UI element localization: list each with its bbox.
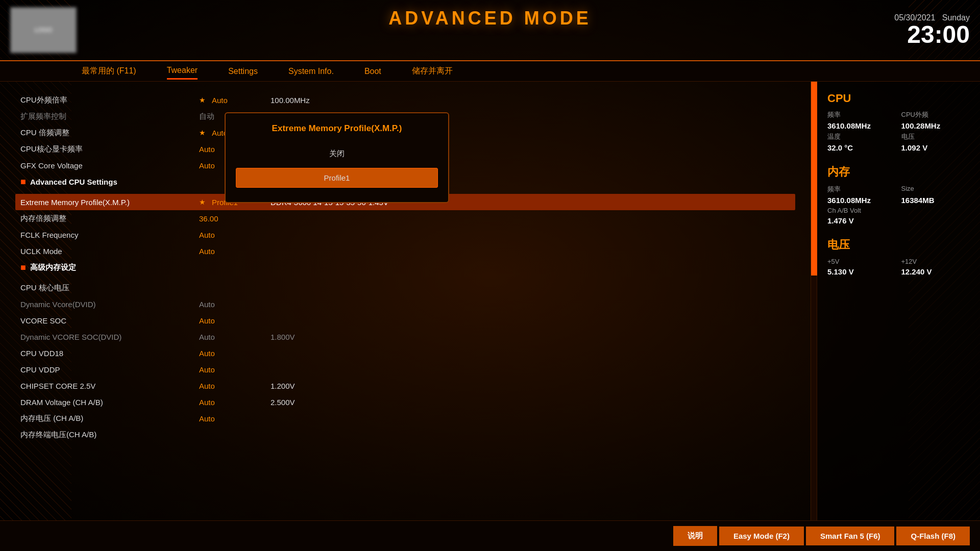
- info-cpu-volt-value: 1.092 V: [901, 143, 970, 152]
- info-mem-freq-value: 3610.08MHz: [827, 196, 896, 205]
- row-cpu-ratio[interactable]: CPU外频倍率 ★ Auto 100.00MHz: [20, 92, 790, 108]
- info-cpu-extfreq-value: 100.28MHz: [901, 121, 970, 130]
- nav-tabs: 最常用的 (F11) Tweaker Settings System Info.…: [0, 61, 980, 82]
- info-cpu-section: CPU 频率 CPU外频 3610.08MHz 100.28MHz 温度 电压 …: [827, 92, 970, 152]
- info-mem-freq-label: 频率: [827, 185, 896, 194]
- datetime-time: 23:00: [894, 22, 970, 47]
- row-mem-ratio[interactable]: 内存倍频调整 36.00: [20, 210, 790, 227]
- info-volt-section: 电压 +5V +12V 5.130 V 12.240 V: [827, 237, 970, 276]
- star-icon: ★: [199, 96, 206, 104]
- section-marker-icon: ■: [20, 177, 26, 187]
- setting-value-mem-volt: Auto: [199, 414, 271, 423]
- setting-value-dvid-soc: Auto: [199, 333, 271, 341]
- row-fclk[interactable]: FCLK Frequency Auto: [20, 227, 790, 243]
- setting-name-dram-volt: DRAM Voltage (CH A/B): [20, 398, 199, 407]
- xmp-popup[interactable]: Extreme Memory Profile(X.M.P.) 关闭 Profil…: [225, 112, 449, 203]
- setting-value-dram-volt: Auto: [199, 398, 271, 407]
- info-mem-size-label: Size: [901, 185, 970, 194]
- setting-name-uclk: UCLK Mode: [20, 247, 199, 256]
- setting-name-xmp: Extreme Memory Profile(X.M.P.): [20, 198, 199, 207]
- info-cpu-temp-value: 32.0 °C: [827, 143, 896, 152]
- tab-settings[interactable]: Settings: [228, 64, 258, 79]
- setting-name-cpu-igpu: CPU核心显卡频率: [20, 144, 199, 154]
- tab-sysinfo[interactable]: System Info.: [288, 64, 334, 79]
- setting-value-vdd18: Auto: [199, 349, 271, 358]
- setting-value-vcore-soc: Auto: [199, 316, 271, 325]
- setting-name-dvid-soc: Dynamic VCORE SOC(DVID): [20, 333, 199, 341]
- setting-value-chipset: Auto: [199, 382, 271, 390]
- star-icon-xmp: ★: [199, 198, 206, 206]
- info-volt-grid: +5V +12V 5.130 V 12.240 V: [827, 258, 970, 276]
- setting-value-mem-ratio: 36.00: [199, 214, 271, 223]
- setting-extra-chipset: 1.200V: [271, 382, 295, 390]
- header-title: ADVANCED MODE: [388, 8, 591, 29]
- popup-option-off[interactable]: 关闭: [236, 144, 438, 164]
- info-mem-title: 内存: [827, 164, 970, 180]
- info-12v-value: 12.240 V: [901, 267, 970, 276]
- setting-name-cpu-ratio: CPU外频倍率: [20, 95, 199, 105]
- row-mem-voltage[interactable]: 内存电压 (CH A/B) Auto: [20, 410, 790, 427]
- setting-name-vcore-soc: VCORE SOC: [20, 316, 199, 325]
- header: LOGO ADVANCED MODE 05/30/2021 Sunday 23:…: [0, 0, 980, 61]
- row-vcore-soc[interactable]: VCORE SOC Auto: [20, 312, 790, 329]
- info-cpu-extfreq-label: CPU外频: [901, 110, 970, 119]
- help-button[interactable]: 说明: [673, 526, 717, 546]
- info-5v-value: 5.130 V: [827, 267, 896, 276]
- tab-tweaker[interactable]: Tweaker: [167, 63, 198, 80]
- info-cpu-title: CPU: [827, 92, 970, 105]
- popup-title: Extreme Memory Profile(X.M.P.): [236, 123, 438, 134]
- info-5v-label: +5V: [827, 258, 896, 265]
- setting-name-vddp: CPU VDDP: [20, 365, 199, 374]
- info-mem-section: 内存 频率 Size 3610.08MHz 16384MB Ch A/B Vol…: [827, 164, 970, 225]
- tab-save[interactable]: 储存并离开: [412, 63, 453, 80]
- setting-extra-dvid-soc: 1.800V: [271, 333, 295, 341]
- info-volt-title: 电压: [827, 237, 970, 253]
- star-icon-2: ★: [199, 129, 206, 137]
- bottom-bar: 说明 Easy Mode (F2) Smart Fan 5 (F6) Q-Fla…: [0, 520, 980, 551]
- row-dvid[interactable]: Dynamic Vcore(DVID) Auto: [20, 296, 790, 312]
- popup-option-profile1[interactable]: Profile1: [236, 168, 438, 188]
- row-mem-termination[interactable]: 内存终端电压(CH A/B): [20, 427, 790, 443]
- row-cpu-vdd18[interactable]: CPU VDD18 Auto: [20, 345, 790, 361]
- setting-name-fclk: FCLK Frequency: [20, 231, 199, 239]
- setting-extra-dram-volt: 2.500V: [271, 398, 295, 407]
- row-dvid-soc[interactable]: Dynamic VCORE SOC(DVID) Auto 1.800V: [20, 329, 790, 345]
- info-mem-grid: 频率 Size 3610.08MHz 16384MB Ch A/B Volt 1…: [827, 185, 970, 225]
- easy-mode-button[interactable]: Easy Mode (F2): [719, 527, 804, 545]
- row-adv-mem[interactable]: ■ 高级内存设定: [20, 259, 790, 276]
- info-mem-chvolt-label: Ch A/B Volt: [827, 207, 896, 214]
- row-uclk[interactable]: UCLK Mode Auto: [20, 243, 790, 259]
- info-cpu-grid: 频率 CPU外频 3610.08MHz 100.28MHz 温度 电压 32.0…: [827, 110, 970, 152]
- setting-value-vddp: Auto: [199, 365, 271, 374]
- scrollbar[interactable]: [811, 82, 817, 520]
- logo: LOGO: [10, 7, 77, 53]
- setting-name-vdd18: CPU VDD18: [20, 349, 199, 358]
- setting-value-uclk: Auto: [199, 247, 271, 256]
- row-cpu-vddp[interactable]: CPU VDDP Auto: [20, 361, 790, 378]
- setting-name-cpu-multi: CPU 倍频调整: [20, 128, 199, 138]
- row-cpu-vcore[interactable]: CPU 核心电压: [20, 280, 790, 296]
- setting-name-dvid: Dynamic Vcore(DVID): [20, 300, 199, 309]
- scrollbar-thumb[interactable]: [811, 82, 817, 276]
- info-mem-size-value: 16384MB: [901, 196, 970, 205]
- setting-name-cpu-vcore: CPU 核心电压: [20, 283, 199, 293]
- smart-fan-button[interactable]: Smart Fan 5 (F6): [806, 527, 895, 545]
- row-chipset-core[interactable]: CHIPSET CORE 2.5V Auto 1.200V: [20, 378, 790, 394]
- row-dram-voltage[interactable]: DRAM Voltage (CH A/B) Auto 2.500V: [20, 394, 790, 410]
- content-area: CPU外频倍率 ★ Auto 100.00MHz 扩展频率控制 自动 CPU 倍…: [0, 82, 980, 520]
- setting-name-spread: 扩展频率控制: [20, 112, 199, 121]
- datetime-area: 05/30/2021 Sunday 23:00: [894, 13, 970, 47]
- info-panel: CPU 频率 CPU外频 3610.08MHz 100.28MHz 温度 电压 …: [817, 82, 980, 520]
- setting-name-mem-volt: 内存电压 (CH A/B): [20, 414, 199, 423]
- setting-name-mem-ratio: 内存倍频调整: [20, 214, 199, 223]
- info-cpu-temp-label: 温度: [827, 132, 896, 141]
- setting-extra-cpu-ratio: 100.00MHz: [271, 96, 310, 105]
- section-label-adv-mem: 高级内存设定: [30, 263, 76, 272]
- tab-favorites[interactable]: 最常用的 (F11): [82, 63, 136, 80]
- qflash-button[interactable]: Q-Flash (F8): [896, 527, 970, 545]
- info-mem-chvolt-value: 1.476 V: [827, 216, 896, 225]
- setting-name-chipset: CHIPSET CORE 2.5V: [20, 382, 199, 390]
- setting-name-gfx-voltage: GFX Core Voltage: [20, 161, 199, 170]
- tab-boot[interactable]: Boot: [364, 64, 381, 79]
- section-marker-mem-icon: ■: [20, 262, 26, 273]
